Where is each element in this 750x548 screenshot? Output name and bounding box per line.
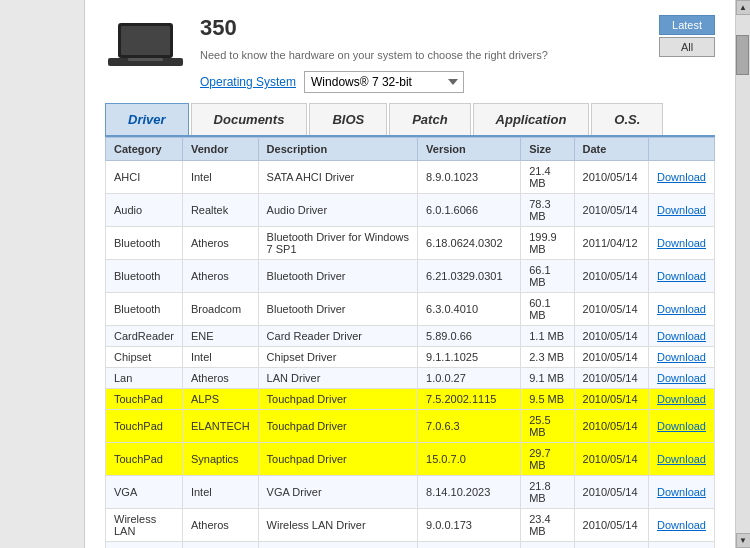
tab-documents[interactable]: Documents [191, 103, 308, 135]
cell-download[interactable]: Download [649, 194, 715, 227]
scroll-down-arrow[interactable]: ▼ [736, 533, 751, 548]
cell-version: 7.0.6.3 [418, 410, 521, 443]
product-info: 350 Need to know the hardware on your sy… [200, 15, 659, 93]
header-date: Date [574, 138, 649, 161]
cell-description: Bluetooth Driver [258, 260, 417, 293]
cell-size: 60.1 MB [521, 293, 574, 326]
os-select[interactable]: Windows® 7 32-bit Windows® 7 64-bit Wind… [304, 71, 464, 93]
download-link[interactable]: Download [657, 303, 706, 315]
cell-date: 2010/05/14 [574, 347, 649, 368]
cell-size: 78.3 MB [521, 194, 574, 227]
table-row: Wireless LAN Atheros Wireless LAN Driver… [106, 509, 715, 542]
scrollbar-thumb[interactable] [736, 35, 749, 75]
cell-download[interactable]: Download [649, 476, 715, 509]
download-link[interactable]: Download [657, 171, 706, 183]
download-link[interactable]: Download [657, 204, 706, 216]
cell-category: Lan [106, 368, 183, 389]
cell-download[interactable]: Download [649, 542, 715, 549]
cell-size: 2.3 MB [521, 347, 574, 368]
tab-patch[interactable]: Patch [389, 103, 470, 135]
tab-bios[interactable]: BIOS [309, 103, 387, 135]
cell-version: 15.0.7.0 [418, 443, 521, 476]
cell-date: 2010/05/14 [574, 389, 649, 410]
cell-size: 9.1 MB [521, 368, 574, 389]
latest-button[interactable]: Latest [659, 15, 715, 35]
cell-download[interactable]: Download [649, 389, 715, 410]
cell-date: 2010/05/14 [574, 443, 649, 476]
cell-version: 5.89.0.66 [418, 326, 521, 347]
download-link[interactable]: Download [657, 393, 706, 405]
download-link[interactable]: Download [657, 486, 706, 498]
cell-vendor: ELANTECH [182, 410, 258, 443]
cell-description: Touchpad Driver [258, 410, 417, 443]
cell-vendor: Intel [182, 476, 258, 509]
download-link[interactable]: Download [657, 420, 706, 432]
download-link[interactable]: Download [657, 519, 706, 531]
cell-date: 2010/05/14 [574, 161, 649, 194]
download-link[interactable]: Download [657, 330, 706, 342]
cell-download[interactable]: Download [649, 326, 715, 347]
cell-date: 2010/05/14 [574, 542, 649, 549]
tab-driver[interactable]: Driver [105, 103, 189, 135]
scrollbar-track[interactable] [736, 15, 750, 533]
cell-vendor: Atheros [182, 260, 258, 293]
cell-download[interactable]: Download [649, 293, 715, 326]
cell-category: Wireless LAN [106, 509, 183, 542]
scroll-up-arrow[interactable]: ▲ [736, 0, 751, 15]
cell-description: Audio Driver [258, 194, 417, 227]
cell-description: Touchpad Driver [258, 443, 417, 476]
product-title: 350 [200, 15, 659, 41]
cell-download[interactable]: Download [649, 410, 715, 443]
cell-size: 1.1 MB [521, 326, 574, 347]
cell-vendor: Intel [182, 161, 258, 194]
svg-rect-1 [121, 26, 170, 55]
table-row: TouchPad Synaptics Touchpad Driver 15.0.… [106, 443, 715, 476]
cell-download[interactable]: Download [649, 443, 715, 476]
cell-date: 2010/05/14 [574, 293, 649, 326]
cell-date: 2011/04/12 [574, 227, 649, 260]
cell-description: Chipset Driver [258, 347, 417, 368]
all-button[interactable]: All [659, 37, 715, 57]
download-link[interactable]: Download [657, 453, 706, 465]
header-version: Version [418, 138, 521, 161]
cell-category: VGA [106, 476, 183, 509]
cell-vendor: Synaptics [182, 443, 258, 476]
cell-description: Touchpad Driver [258, 389, 417, 410]
cell-date: 2010/05/14 [574, 509, 649, 542]
cell-version: 8.9.0.1023 [418, 161, 521, 194]
download-link[interactable]: Download [657, 372, 706, 384]
cell-download[interactable]: Download [649, 509, 715, 542]
tab-os[interactable]: O.S. [591, 103, 663, 135]
cell-description: SATA AHCI Driver [258, 161, 417, 194]
download-link[interactable]: Download [657, 351, 706, 363]
cell-category: Wireless LAN [106, 542, 183, 549]
tab-application[interactable]: Application [473, 103, 590, 135]
scrollbar[interactable]: ▲ ▼ [735, 0, 750, 548]
download-link[interactable]: Download [657, 237, 706, 249]
cell-download[interactable]: Download [649, 260, 715, 293]
cell-vendor: Broadcom [182, 542, 258, 549]
table-row: AHCI Intel SATA AHCI Driver 8.9.0.1023 2… [106, 161, 715, 194]
os-label[interactable]: Operating System [200, 75, 296, 89]
cell-version: 6.18.0624.0302 [418, 227, 521, 260]
table-row: Audio Realtek Audio Driver 6.0.1.6066 78… [106, 194, 715, 227]
header-description: Description [258, 138, 417, 161]
cell-description: Wireless LAN Driver [258, 542, 417, 549]
table-row: Lan Atheros LAN Driver 1.0.0.27 9.1 MB 2… [106, 368, 715, 389]
cell-size: 199.9 MB [521, 227, 574, 260]
cell-download[interactable]: Download [649, 227, 715, 260]
cell-download[interactable]: Download [649, 161, 715, 194]
cell-description: VGA Driver [258, 476, 417, 509]
cell-vendor: Intel [182, 347, 258, 368]
table-row: TouchPad ELANTECH Touchpad Driver 7.0.6.… [106, 410, 715, 443]
header-download [649, 138, 715, 161]
cell-size: 66.1 MB [521, 260, 574, 293]
cell-category: Audio [106, 194, 183, 227]
product-image [105, 15, 185, 75]
cell-category: Bluetooth [106, 227, 183, 260]
cell-download[interactable]: Download [649, 347, 715, 368]
cell-description: Wireless LAN Driver [258, 509, 417, 542]
cell-version: 5.60.350.6 [418, 542, 521, 549]
download-link[interactable]: Download [657, 270, 706, 282]
cell-download[interactable]: Download [649, 368, 715, 389]
